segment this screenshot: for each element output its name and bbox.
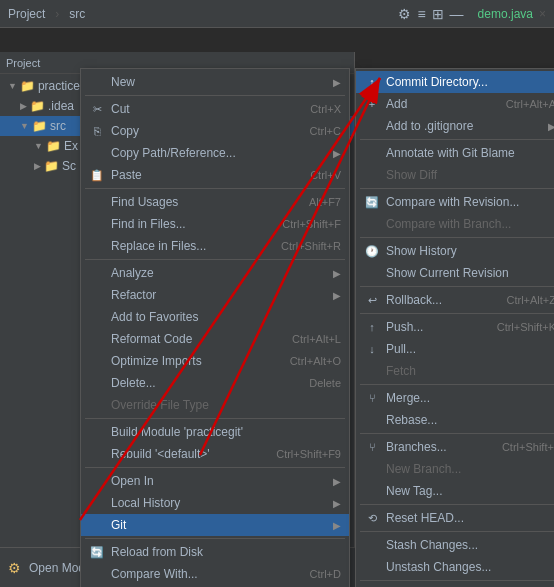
menu-cut[interactable]: ✂ Cut Ctrl+X	[81, 98, 349, 120]
gsep9	[360, 531, 554, 532]
menu-rebuild[interactable]: Rebuild '<default>' Ctrl+Shift+F9	[81, 443, 349, 465]
rollback-icon: ↩	[364, 294, 380, 307]
git-add[interactable]: + Add Ctrl+Alt+A	[356, 93, 554, 115]
idea-label: .idea	[48, 99, 74, 113]
gsep5	[360, 313, 554, 314]
sc-label: Sc	[62, 159, 76, 173]
add-icon: +	[364, 98, 380, 110]
menu-git[interactable]: Git ▶	[81, 514, 349, 536]
top-toolbar: Project › src ⚙ ≡ ⊞ — demo.java ×	[0, 0, 554, 28]
menu-optimize[interactable]: Optimize Imports Ctrl+Alt+O	[81, 350, 349, 372]
newbranch-label: New Branch...	[386, 462, 461, 476]
menu-replace[interactable]: Replace in Files... Ctrl+Shift+R	[81, 235, 349, 257]
src-arrow: ▼	[20, 121, 29, 131]
idea-folder-icon: 📁	[30, 99, 45, 113]
git-gitignore[interactable]: Add to .gitignore ▶	[356, 115, 554, 137]
menu-local-history[interactable]: Local History ▶	[81, 492, 349, 514]
build-label: Build Module 'practicegit'	[111, 425, 243, 439]
git-show-diff[interactable]: Show Diff	[356, 164, 554, 186]
menu-find-usages[interactable]: Find Usages Alt+F7	[81, 191, 349, 213]
showdiff-label: Show Diff	[386, 168, 437, 182]
menu-refactor[interactable]: Refactor ▶	[81, 284, 349, 306]
menu-analyze[interactable]: Analyze ▶	[81, 262, 349, 284]
git-rollback[interactable]: ↩ Rollback... Ctrl+Alt+Z	[356, 289, 554, 311]
gsep2	[360, 188, 554, 189]
showcurrent-label: Show Current Revision	[386, 266, 509, 280]
git-pull[interactable]: ↓ Pull...	[356, 338, 554, 360]
git-compare-branch[interactable]: Compare with Branch...	[356, 213, 554, 235]
override-label: Override File Type	[111, 398, 209, 412]
merge-icon: ⑂	[364, 392, 380, 404]
git-submenu: ↑ Commit Directory... + Add Ctrl+Alt+A A…	[355, 68, 554, 587]
showhistory-label: Show History	[386, 244, 457, 258]
git-annotate[interactable]: Annotate with Git Blame	[356, 142, 554, 164]
resethead-label: Reset HEAD...	[386, 511, 464, 525]
add-shortcut: Ctrl+Alt+A	[506, 98, 554, 110]
menu-paste[interactable]: 📋 Paste Ctrl+V	[81, 164, 349, 186]
menu-reload[interactable]: 🔄 Reload from Disk	[81, 541, 349, 563]
git-compare-revision[interactable]: 🔄 Compare with Revision...	[356, 191, 554, 213]
reload-icon: 🔄	[89, 546, 105, 559]
git-reset-head[interactable]: ⟲ Reset HEAD...	[356, 507, 554, 529]
grid-icon[interactable]: ⊞	[432, 6, 444, 22]
git-rebase[interactable]: Rebase...	[356, 409, 554, 431]
rollback-label: Rollback...	[386, 293, 442, 307]
menu-reformat[interactable]: Reformat Code Ctrl+Alt+L	[81, 328, 349, 350]
git-new-branch[interactable]: New Branch...	[356, 458, 554, 480]
git-manage-remotes[interactable]: Manage Remotes...	[356, 583, 554, 587]
refactor-label: Refactor	[111, 288, 156, 302]
tab-close-icon[interactable]: ×	[539, 7, 546, 21]
push-icon: ↑	[364, 321, 380, 333]
gsep7	[360, 433, 554, 434]
menu-open-in[interactable]: Open In ▶	[81, 470, 349, 492]
gear-icon[interactable]: ⚙	[398, 6, 411, 22]
git-show-history[interactable]: 🕐 Show History	[356, 240, 554, 262]
add-label: Add	[386, 97, 407, 111]
findusages-label: Find Usages	[111, 195, 178, 209]
sep6	[85, 538, 345, 539]
compare-shortcut: Ctrl+D	[310, 568, 341, 580]
git-stash[interactable]: Stash Changes...	[356, 534, 554, 556]
merge-label: Merge...	[386, 391, 430, 405]
copy-icon: ⎘	[89, 125, 105, 137]
copy-label: Copy	[111, 124, 139, 138]
branches-icon: ⑂	[364, 441, 380, 453]
git-branches[interactable]: ⑂ Branches... Ctrl+Shift+'	[356, 436, 554, 458]
sc-arrow: ▶	[34, 161, 41, 171]
git-commit-dir[interactable]: ↑ Commit Directory...	[356, 71, 554, 93]
git-show-current[interactable]: Show Current Revision	[356, 262, 554, 284]
sep1	[85, 95, 345, 96]
git-new-tag[interactable]: New Tag...	[356, 480, 554, 502]
menu-new[interactable]: New ▶	[81, 71, 349, 93]
menu-favorites[interactable]: Add to Favorites	[81, 306, 349, 328]
menu-build[interactable]: Build Module 'practicegit'	[81, 421, 349, 443]
fetch-label: Fetch	[386, 364, 416, 378]
favorites-label: Add to Favorites	[111, 310, 198, 324]
menu-override[interactable]: Override File Type	[81, 394, 349, 416]
analyze-arrow: ▶	[333, 268, 341, 279]
list-icon[interactable]: ≡	[417, 6, 425, 22]
gsep3	[360, 237, 554, 238]
menu-copy[interactable]: ⎘ Copy Ctrl+C	[81, 120, 349, 142]
demo-tab[interactable]: demo.java	[478, 7, 533, 21]
ex-label: Ex	[64, 139, 78, 153]
git-unstash[interactable]: Unstash Changes...	[356, 556, 554, 578]
ex-arrow: ▼	[34, 141, 43, 151]
git-merge[interactable]: ⑂ Merge...	[356, 387, 554, 409]
openin-label: Open In	[111, 474, 154, 488]
copypath-arrow: ▶	[333, 148, 341, 159]
menu-copy-path[interactable]: Copy Path/Reference... ▶	[81, 142, 349, 164]
minimize-icon[interactable]: —	[450, 6, 464, 22]
rebase-label: Rebase...	[386, 413, 437, 427]
menu-delete[interactable]: Delete... Delete	[81, 372, 349, 394]
menu-compare[interactable]: Compare With... Ctrl+D	[81, 563, 349, 585]
git-fetch[interactable]: Fetch	[356, 360, 554, 382]
refactor-arrow: ▶	[333, 290, 341, 301]
stash-label: Stash Changes...	[386, 538, 478, 552]
expand-arrow: ▼	[8, 81, 17, 91]
menu-find-files[interactable]: Find in Files... Ctrl+Shift+F	[81, 213, 349, 235]
git-push[interactable]: ↑ Push... Ctrl+Shift+K	[356, 316, 554, 338]
left-context-menu: New ▶ ✂ Cut Ctrl+X ⎘ Copy Ctrl+C Copy Pa…	[80, 68, 350, 587]
git-label: Git	[111, 518, 126, 532]
src-label: src	[69, 7, 85, 21]
